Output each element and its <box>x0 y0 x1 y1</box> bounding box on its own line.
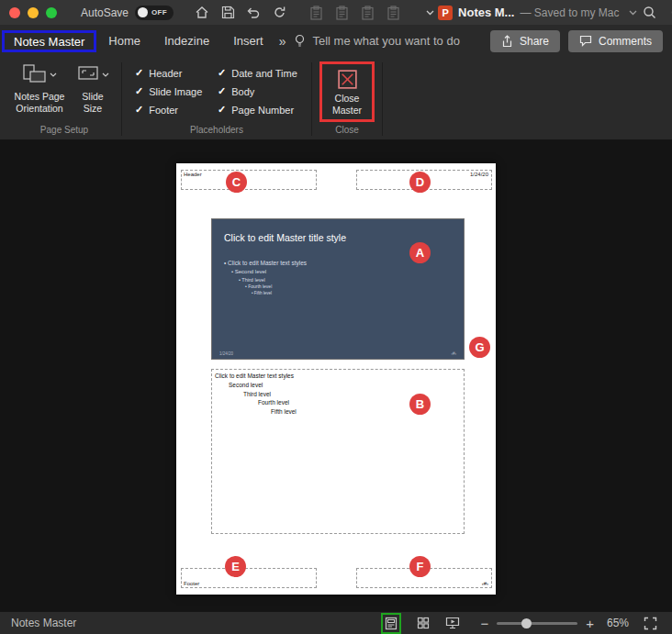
powerpoint-icon: P <box>438 6 453 20</box>
body-placeholder[interactable]: Click to edit Master text styles Second … <box>211 369 465 534</box>
zoom-out-button[interactable]: − <box>480 617 488 630</box>
fit-to-window-icon <box>644 617 657 630</box>
paste-option-button-3[interactable] <box>359 5 375 21</box>
share-button[interactable]: Share <box>490 30 560 52</box>
checkbox-page-number-label: Page Number <box>231 105 294 116</box>
undo-icon <box>246 6 261 19</box>
slide-footer-row: 1/24/20 ‹#› <box>219 351 456 356</box>
footer-placeholder[interactable]: Footer <box>181 568 317 588</box>
ribbon-separator <box>382 62 383 136</box>
redo-button[interactable] <box>271 5 287 21</box>
search-icon <box>643 6 656 19</box>
slide-master-bullets: Click to edit Master text styles Second … <box>224 259 307 296</box>
slide-size-label: Slide Size <box>73 91 112 114</box>
paste-option-button-4[interactable] <box>385 5 401 21</box>
checkmark-icon: ✓ <box>135 67 143 79</box>
annotation-circle-g: G <box>469 337 490 358</box>
slide-bullet-level-4: Fourth level <box>245 284 307 291</box>
body-text-level-5: Fifth level <box>271 407 461 417</box>
notes-master-canvas: Header 1/24/20 Click to edit Master titl… <box>0 139 672 611</box>
autosave-toggle-knob <box>138 7 148 17</box>
autosave-toggle[interactable]: OFF <box>135 6 174 20</box>
zoom-slider[interactable] <box>497 617 577 629</box>
close-master-icon <box>336 68 359 91</box>
checkbox-footer[interactable]: ✓ Footer <box>135 104 218 116</box>
annotation-circle-a: A <box>409 242 431 263</box>
notes-page-view-button[interactable] <box>385 617 398 630</box>
header-text: Header <box>184 172 202 177</box>
checkbox-body-label: Body <box>231 86 254 97</box>
document-title-group: P Notes M... — Saved to my Mac <box>438 5 641 21</box>
slide-bullet-level-5: Fifth level <box>252 291 307 297</box>
zoom-slider-thumb[interactable] <box>521 618 532 628</box>
annotation-circle-b: B <box>409 394 431 415</box>
titlebar-right-controls <box>642 5 672 21</box>
checkbox-header[interactable]: ✓ Header <box>135 67 218 79</box>
tell-me-box[interactable]: Tell me what you want to do <box>294 34 459 48</box>
document-title: Notes M... <box>458 6 514 19</box>
slide-bullet-level-3: Third level <box>239 276 307 284</box>
notes-page-orientation-button[interactable]: Notes Page Orientation <box>7 61 72 117</box>
group-page-setup: Notes Page Orientation Slide Size Page S… <box>7 61 121 139</box>
toolbar-overflow-button[interactable] <box>421 5 438 21</box>
comments-icon <box>579 35 592 47</box>
titlebar: AutoSave OFF <box>0 0 672 25</box>
chevron-down-icon <box>629 10 637 16</box>
search-button[interactable] <box>642 5 658 21</box>
slideshow-view-button[interactable] <box>445 617 460 629</box>
group-label-placeholders: Placeholders <box>122 125 311 139</box>
home-icon <box>195 6 209 19</box>
save-icon <box>221 6 235 19</box>
slide-footer-date: 1/24/20 <box>219 351 233 356</box>
page-number-text: ‹#› <box>482 581 488 586</box>
minimize-window-button[interactable] <box>28 7 39 18</box>
notes-page-view-icon <box>385 617 398 630</box>
annotation-red-box: Close Master <box>319 61 375 122</box>
tab-notes-master[interactable]: Notes Master <box>5 30 94 53</box>
view-buttons <box>381 613 460 634</box>
undo-button[interactable] <box>245 5 262 21</box>
slide-sorter-view-button[interactable] <box>417 617 430 629</box>
annotation-circle-d: D <box>409 172 431 193</box>
statusbar-view-label: Notes Master <box>11 617 76 629</box>
clipboard-icon <box>386 6 400 20</box>
save-button[interactable] <box>219 5 236 21</box>
quick-access-toolbar <box>194 5 438 21</box>
checkbox-date-and-time[interactable]: ✓ Date and Time <box>218 67 306 79</box>
annotation-blue-box: Notes Master <box>2 30 96 52</box>
header-placeholder[interactable]: Header <box>181 170 317 190</box>
slide-image-placeholder[interactable]: Click to edit Master title style Click t… <box>211 218 465 360</box>
tab-indezine[interactable]: Indezine <box>152 28 221 53</box>
annotation-green-box <box>381 613 401 634</box>
zoom-in-button[interactable]: + <box>586 617 594 630</box>
tab-home[interactable]: Home <box>96 28 152 53</box>
saved-status: — Saved to my Mac <box>520 6 619 19</box>
checkmark-icon: ✓ <box>218 67 226 79</box>
tab-insert[interactable]: Insert <box>221 28 275 53</box>
paste-option-button-2[interactable] <box>333 5 350 21</box>
tabs-right-buttons: Share Comments <box>490 30 663 52</box>
share-label: Share <box>520 35 549 48</box>
slide-size-button[interactable]: Slide Size <box>72 61 114 117</box>
checkbox-slide-image[interactable]: ✓ Slide Image <box>135 85 218 97</box>
ribbon: Notes Page Orientation Slide Size Page S… <box>0 57 672 139</box>
checkbox-body[interactable]: ✓ Body <box>218 85 306 97</box>
checkmark-icon: ✓ <box>135 85 143 97</box>
lightbulb-icon <box>294 34 306 48</box>
home-button[interactable] <box>194 5 210 21</box>
comments-button[interactable]: Comments <box>568 30 663 52</box>
close-window-button[interactable] <box>9 7 20 18</box>
zoom-window-button[interactable] <box>46 7 57 18</box>
body-text-level-1: Click to edit Master text styles <box>215 372 461 381</box>
fit-to-window-button[interactable] <box>644 617 657 630</box>
checkbox-page-number[interactable]: ✓ Page Number <box>218 104 306 116</box>
close-master-label: Close Master <box>327 93 367 116</box>
close-master-button[interactable]: Close Master <box>325 65 369 118</box>
zoom-percentage[interactable]: 65% <box>607 617 629 629</box>
slide-bullet-level-2: Second level <box>231 268 307 276</box>
slide-master-title: Click to edit Master title style <box>224 232 346 243</box>
comments-label: Comments <box>599 35 652 48</box>
paste-option-button-1[interactable] <box>308 5 324 21</box>
saved-status-menu-button[interactable] <box>625 5 642 21</box>
tabs-overflow-chevron[interactable]: » <box>279 34 286 49</box>
